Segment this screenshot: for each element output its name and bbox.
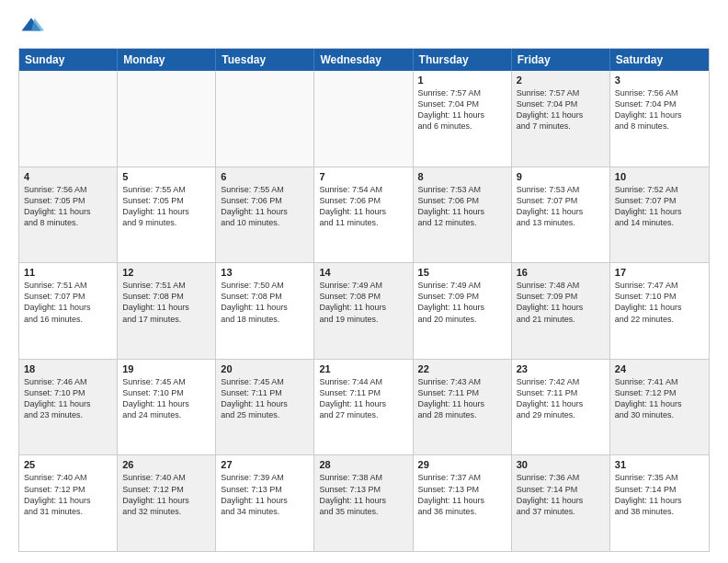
calendar-row-1: 1Sunrise: 7:57 AMSunset: 7:04 PMDaylight… bbox=[19, 71, 709, 167]
calendar-cell: 10Sunrise: 7:52 AMSunset: 7:07 PMDayligh… bbox=[610, 167, 709, 263]
calendar-cell: 25Sunrise: 7:40 AMSunset: 7:12 PMDayligh… bbox=[19, 455, 118, 551]
header-day-friday: Friday bbox=[512, 49, 610, 71]
day-info: Sunrise: 7:45 AMSunset: 7:11 PMDaylight:… bbox=[221, 376, 309, 421]
day-info: Sunrise: 7:41 AMSunset: 7:12 PMDaylight:… bbox=[615, 376, 704, 421]
calendar-cell: 27Sunrise: 7:39 AMSunset: 7:13 PMDayligh… bbox=[216, 455, 314, 551]
calendar-cell: 23Sunrise: 7:42 AMSunset: 7:11 PMDayligh… bbox=[512, 360, 610, 455]
day-number: 13 bbox=[221, 267, 309, 278]
day-number: 17 bbox=[615, 267, 704, 278]
calendar-cell: 9Sunrise: 7:53 AMSunset: 7:07 PMDaylight… bbox=[512, 167, 610, 263]
day-info: Sunrise: 7:56 AMSunset: 7:04 PMDaylight:… bbox=[615, 87, 704, 132]
day-number: 28 bbox=[319, 459, 407, 470]
header-day-sunday: Sunday bbox=[19, 49, 118, 71]
calendar-cell: 29Sunrise: 7:37 AMSunset: 7:13 PMDayligh… bbox=[414, 455, 512, 551]
day-number: 21 bbox=[319, 363, 407, 374]
day-number: 5 bbox=[122, 171, 210, 182]
day-number: 7 bbox=[319, 171, 407, 182]
calendar-cell: 14Sunrise: 7:49 AMSunset: 7:08 PMDayligh… bbox=[314, 263, 413, 359]
day-number: 27 bbox=[221, 459, 309, 470]
calendar-body: 1Sunrise: 7:57 AMSunset: 7:04 PMDaylight… bbox=[19, 71, 709, 551]
calendar-cell: 31Sunrise: 7:35 AMSunset: 7:14 PMDayligh… bbox=[610, 455, 709, 551]
day-info: Sunrise: 7:55 AMSunset: 7:06 PMDaylight:… bbox=[221, 184, 309, 229]
day-number: 10 bbox=[615, 171, 704, 182]
calendar-cell: 20Sunrise: 7:45 AMSunset: 7:11 PMDayligh… bbox=[216, 360, 314, 455]
day-number: 18 bbox=[24, 363, 112, 374]
calendar-cell: 24Sunrise: 7:41 AMSunset: 7:12 PMDayligh… bbox=[610, 360, 709, 455]
calendar-cell: 28Sunrise: 7:38 AMSunset: 7:13 PMDayligh… bbox=[314, 455, 413, 551]
day-info: Sunrise: 7:44 AMSunset: 7:11 PMDaylight:… bbox=[319, 376, 407, 421]
day-number: 22 bbox=[418, 363, 506, 374]
page: SundayMondayTuesdayWednesdayThursdayFrid… bbox=[0, 0, 728, 563]
day-number: 8 bbox=[418, 171, 506, 182]
day-info: Sunrise: 7:38 AMSunset: 7:13 PMDaylight:… bbox=[319, 472, 407, 517]
day-info: Sunrise: 7:47 AMSunset: 7:10 PMDaylight:… bbox=[615, 280, 704, 325]
day-number: 26 bbox=[122, 459, 210, 470]
calendar-row-2: 4Sunrise: 7:56 AMSunset: 7:05 PMDaylight… bbox=[19, 167, 709, 263]
calendar-cell: 6Sunrise: 7:55 AMSunset: 7:06 PMDaylight… bbox=[216, 167, 314, 263]
calendar-cell: 17Sunrise: 7:47 AMSunset: 7:10 PMDayligh… bbox=[610, 263, 709, 359]
day-number: 30 bbox=[517, 459, 605, 470]
day-info: Sunrise: 7:46 AMSunset: 7:10 PMDaylight:… bbox=[24, 376, 112, 421]
calendar-cell: 12Sunrise: 7:51 AMSunset: 7:08 PMDayligh… bbox=[118, 263, 216, 359]
calendar-cell: 13Sunrise: 7:50 AMSunset: 7:08 PMDayligh… bbox=[216, 263, 314, 359]
day-number: 12 bbox=[122, 267, 210, 278]
calendar-cell: 16Sunrise: 7:48 AMSunset: 7:09 PMDayligh… bbox=[512, 263, 610, 359]
calendar-row-4: 18Sunrise: 7:46 AMSunset: 7:10 PMDayligh… bbox=[19, 359, 709, 455]
day-info: Sunrise: 7:36 AMSunset: 7:14 PMDaylight:… bbox=[517, 472, 605, 517]
day-info: Sunrise: 7:57 AMSunset: 7:04 PMDaylight:… bbox=[517, 87, 605, 132]
day-number: 24 bbox=[615, 363, 704, 374]
day-number: 25 bbox=[24, 459, 112, 470]
calendar-row-3: 11Sunrise: 7:51 AMSunset: 7:07 PMDayligh… bbox=[19, 262, 709, 359]
calendar-cell bbox=[19, 71, 118, 167]
calendar-cell: 30Sunrise: 7:36 AMSunset: 7:14 PMDayligh… bbox=[512, 455, 610, 551]
calendar-header: SundayMondayTuesdayWednesdayThursdayFrid… bbox=[19, 49, 709, 71]
header-day-tuesday: Tuesday bbox=[216, 49, 314, 71]
day-number: 4 bbox=[24, 171, 112, 182]
header-day-monday: Monday bbox=[118, 49, 216, 71]
day-info: Sunrise: 7:49 AMSunset: 7:08 PMDaylight:… bbox=[319, 280, 407, 325]
calendar-cell: 7Sunrise: 7:54 AMSunset: 7:06 PMDaylight… bbox=[314, 167, 413, 263]
day-info: Sunrise: 7:57 AMSunset: 7:04 PMDaylight:… bbox=[418, 87, 506, 132]
day-number: 19 bbox=[122, 363, 210, 374]
day-number: 16 bbox=[517, 267, 605, 278]
day-info: Sunrise: 7:53 AMSunset: 7:07 PMDaylight:… bbox=[517, 184, 605, 229]
header-day-wednesday: Wednesday bbox=[314, 49, 413, 71]
day-info: Sunrise: 7:43 AMSunset: 7:11 PMDaylight:… bbox=[418, 376, 506, 421]
day-number: 1 bbox=[418, 75, 506, 86]
calendar-row-5: 25Sunrise: 7:40 AMSunset: 7:12 PMDayligh… bbox=[19, 454, 709, 551]
calendar-cell bbox=[118, 71, 216, 167]
day-number: 15 bbox=[418, 267, 506, 278]
day-info: Sunrise: 7:35 AMSunset: 7:14 PMDaylight:… bbox=[615, 472, 704, 517]
logo bbox=[18, 15, 48, 40]
day-info: Sunrise: 7:50 AMSunset: 7:08 PMDaylight:… bbox=[221, 280, 309, 325]
day-number: 11 bbox=[24, 267, 112, 278]
calendar-cell: 3Sunrise: 7:56 AMSunset: 7:04 PMDaylight… bbox=[610, 71, 709, 167]
header-day-thursday: Thursday bbox=[414, 49, 512, 71]
calendar-cell: 18Sunrise: 7:46 AMSunset: 7:10 PMDayligh… bbox=[19, 360, 118, 455]
day-info: Sunrise: 7:51 AMSunset: 7:07 PMDaylight:… bbox=[24, 280, 112, 325]
day-info: Sunrise: 7:42 AMSunset: 7:11 PMDaylight:… bbox=[517, 376, 605, 421]
calendar-cell: 8Sunrise: 7:53 AMSunset: 7:06 PMDaylight… bbox=[414, 167, 512, 263]
day-info: Sunrise: 7:37 AMSunset: 7:13 PMDaylight:… bbox=[418, 472, 506, 517]
day-number: 14 bbox=[319, 267, 407, 278]
logo-icon bbox=[18, 15, 44, 40]
calendar-cell: 19Sunrise: 7:45 AMSunset: 7:10 PMDayligh… bbox=[118, 360, 216, 455]
day-info: Sunrise: 7:51 AMSunset: 7:08 PMDaylight:… bbox=[122, 280, 210, 325]
day-info: Sunrise: 7:55 AMSunset: 7:05 PMDaylight:… bbox=[122, 184, 210, 229]
day-info: Sunrise: 7:39 AMSunset: 7:13 PMDaylight:… bbox=[221, 472, 309, 517]
calendar-cell bbox=[314, 71, 413, 167]
day-info: Sunrise: 7:40 AMSunset: 7:12 PMDaylight:… bbox=[122, 472, 210, 517]
day-number: 31 bbox=[615, 459, 704, 470]
calendar-cell: 11Sunrise: 7:51 AMSunset: 7:07 PMDayligh… bbox=[19, 263, 118, 359]
day-number: 2 bbox=[517, 75, 605, 86]
day-number: 6 bbox=[221, 171, 309, 182]
svg-marker-1 bbox=[31, 18, 44, 31]
calendar-cell: 15Sunrise: 7:49 AMSunset: 7:09 PMDayligh… bbox=[414, 263, 512, 359]
calendar-cell: 21Sunrise: 7:44 AMSunset: 7:11 PMDayligh… bbox=[314, 360, 413, 455]
day-number: 29 bbox=[418, 459, 506, 470]
day-info: Sunrise: 7:48 AMSunset: 7:09 PMDaylight:… bbox=[517, 280, 605, 325]
calendar-cell: 1Sunrise: 7:57 AMSunset: 7:04 PMDaylight… bbox=[414, 71, 512, 167]
calendar: SundayMondayTuesdayWednesdayThursdayFrid… bbox=[18, 48, 710, 552]
day-info: Sunrise: 7:54 AMSunset: 7:06 PMDaylight:… bbox=[319, 184, 407, 229]
day-number: 23 bbox=[517, 363, 605, 374]
